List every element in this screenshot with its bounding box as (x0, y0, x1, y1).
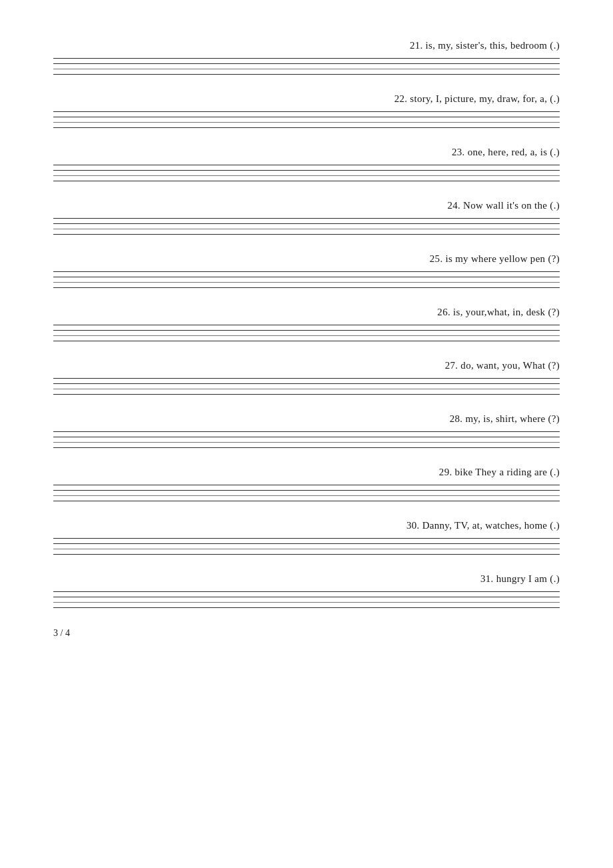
exercise-28-lines (53, 431, 560, 448)
exercise-23: 23. one, here, red, a, is (.) (53, 147, 560, 181)
exercise-22-prompt: 22. story, I, picture, my, draw, for, a,… (53, 93, 560, 105)
exercise-24: 24. Now wall it's on the (.) (53, 200, 560, 235)
exercise-23-prompt: 23. one, here, red, a, is (.) (53, 147, 560, 158)
exercise-24-lines (53, 218, 560, 235)
exercise-28: 28. my, is, shirt, where (?) (53, 413, 560, 448)
exercise-27: 27. do, want, you, What (?) (53, 360, 560, 395)
exercise-22: 22. story, I, picture, my, draw, for, a,… (53, 93, 560, 128)
exercise-28-prompt: 28. my, is, shirt, where (?) (53, 413, 560, 425)
exercise-26: 26. is, your,what, in, desk (?) (53, 307, 560, 341)
exercise-27-prompt: 27. do, want, you, What (?) (53, 360, 560, 371)
exercise-24-prompt: 24. Now wall it's on the (.) (53, 200, 560, 211)
exercise-23-lines (53, 165, 560, 181)
exercise-21-lines (53, 58, 560, 75)
exercise-31-lines (53, 591, 560, 608)
page-number: 3 / 4 (53, 628, 70, 638)
exercise-26-lines (53, 325, 560, 341)
exercise-21: 21. is, my, sister's, this, bedroom (.) (53, 40, 560, 75)
exercise-26-prompt: 26. is, your,what, in, desk (?) (53, 307, 560, 318)
exercise-22-lines (53, 111, 560, 128)
exercise-29-lines (53, 485, 560, 501)
exercise-30: 30. Danny, TV, at, watches, home (.) (53, 520, 560, 555)
exercise-30-lines (53, 538, 560, 555)
exercise-31: 31. hungry I am (.) (53, 573, 560, 608)
exercise-30-prompt: 30. Danny, TV, at, watches, home (.) (53, 520, 560, 531)
page-footer: 3 / 4 (53, 628, 560, 639)
exercise-27-lines (53, 378, 560, 395)
exercise-29: 29. bike They a riding are (.) (53, 467, 560, 501)
exercise-25-prompt: 25. is my where yellow pen (?) (53, 253, 560, 265)
exercise-31-prompt: 31. hungry I am (.) (53, 573, 560, 585)
exercise-29-prompt: 29. bike They a riding are (.) (53, 467, 560, 478)
exercise-25-lines (53, 271, 560, 288)
page-container: 21. is, my, sister's, this, bedroom (.) … (0, 0, 613, 868)
exercise-21-prompt: 21. is, my, sister's, this, bedroom (.) (53, 40, 560, 51)
exercise-25: 25. is my where yellow pen (?) (53, 253, 560, 288)
